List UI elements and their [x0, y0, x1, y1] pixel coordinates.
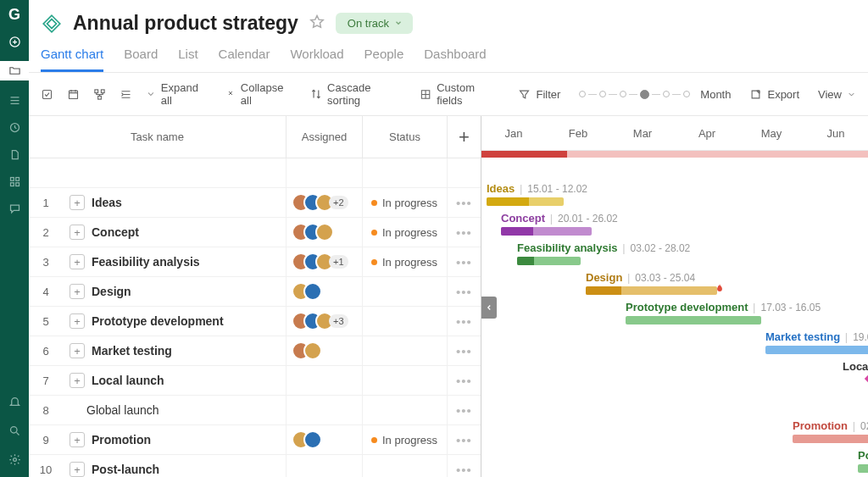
- row-menu-button[interactable]: •••: [447, 277, 481, 306]
- bell-icon[interactable]: [7, 394, 22, 409]
- calendar-icon[interactable]: [67, 88, 80, 101]
- status-cell[interactable]: [362, 366, 447, 395]
- expand-toggle[interactable]: +: [70, 254, 85, 269]
- table-row[interactable]: 10+Post-launch•••: [29, 455, 481, 477]
- tab-board[interactable]: Board: [124, 47, 158, 72]
- expand-toggle[interactable]: +: [70, 373, 85, 388]
- gantt-task-label[interactable]: Design |03.03 - 25.04: [586, 271, 695, 284]
- table-row[interactable]: 3+Feasibility analysis+1In progress•••: [29, 247, 481, 277]
- assigned-cell[interactable]: [286, 425, 362, 454]
- table-row[interactable]: 9+PromotionIn progress•••: [29, 425, 481, 455]
- tab-list[interactable]: List: [178, 47, 198, 72]
- gantt-task-label[interactable]: Ideas |15.01 - 12.02: [487, 182, 587, 195]
- row-menu-button[interactable]: •••: [447, 455, 481, 477]
- row-menu-button[interactable]: •••: [447, 188, 481, 217]
- list-icon[interactable]: [7, 92, 22, 108]
- gantt-task-label[interactable]: Concept |20.01 - 26.02: [501, 212, 618, 225]
- gantt-task-label[interactable]: Promotion |02.06: [793, 419, 868, 432]
- zoom-slider[interactable]: Month: [579, 88, 731, 101]
- add-icon[interactable]: [7, 34, 22, 49]
- status-cell[interactable]: [362, 455, 447, 477]
- assigned-cell[interactable]: +1: [286, 247, 362, 276]
- clock-icon[interactable]: [7, 119, 22, 135]
- table-row[interactable]: 7+Local launch•••: [29, 366, 481, 396]
- grid-icon[interactable]: [7, 174, 22, 189]
- gantt-task-label[interactable]: Prototype development |17.03 - 16.05: [626, 301, 821, 313]
- row-menu-button[interactable]: •••: [447, 247, 481, 276]
- row-menu-button[interactable]: •••: [447, 425, 481, 454]
- gantt-task-bar[interactable]: [793, 435, 868, 443]
- tab-workload[interactable]: Workload: [290, 47, 343, 72]
- search-icon[interactable]: [7, 423, 22, 438]
- assigned-cell[interactable]: +2: [286, 188, 362, 217]
- export-button[interactable]: Export: [749, 88, 799, 101]
- table-row[interactable]: 6+Market testing•••: [29, 336, 481, 366]
- gantt-task-bar[interactable]: [765, 346, 868, 354]
- gantt-task-label[interactable]: Post-l: [858, 449, 868, 462]
- status-cell[interactable]: In progress: [362, 218, 447, 247]
- tab-calendar[interactable]: Calendar: [219, 47, 270, 72]
- row-menu-button[interactable]: •••: [447, 307, 481, 336]
- status-cell[interactable]: In progress: [362, 188, 447, 217]
- row-menu-button[interactable]: •••: [447, 396, 481, 424]
- assigned-cell[interactable]: [286, 366, 362, 395]
- table-row[interactable]: 5+Prototype development+3•••: [29, 307, 481, 336]
- indent-icon[interactable]: [120, 88, 132, 101]
- chat-icon[interactable]: [7, 201, 22, 216]
- status-cell[interactable]: [362, 277, 447, 306]
- custom-fields-button[interactable]: Custom fields: [420, 81, 499, 107]
- status-cell[interactable]: In progress: [362, 247, 447, 276]
- tab-dashboard[interactable]: Dashboard: [424, 47, 486, 72]
- folder-icon[interactable]: [0, 61, 29, 80]
- assigned-cell[interactable]: [286, 336, 362, 365]
- gantt-task-bar[interactable]: [626, 316, 761, 324]
- gear-icon[interactable]: [7, 452, 22, 467]
- expand-toggle[interactable]: +: [70, 432, 85, 447]
- status-dropdown[interactable]: On track: [336, 13, 413, 34]
- star-icon[interactable]: [309, 14, 326, 33]
- month-column: Mar: [610, 127, 675, 140]
- collapse-all-button[interactable]: Collapse all: [225, 81, 297, 107]
- expand-toggle[interactable]: +: [70, 225, 85, 240]
- gantt-summary-row: [481, 151, 868, 180]
- row-menu-button[interactable]: •••: [447, 218, 481, 247]
- document-icon[interactable]: [7, 147, 22, 162]
- filter-button[interactable]: Filter: [518, 88, 560, 101]
- table-row[interactable]: 1+Ideas+2In progress•••: [29, 188, 481, 218]
- table-row[interactable]: 2+ConceptIn progress•••: [29, 218, 481, 247]
- expand-toggle[interactable]: +: [70, 195, 85, 210]
- task-name: Global launch: [86, 403, 159, 417]
- gantt-task-bar[interactable]: [858, 464, 868, 473]
- checkbox-icon[interactable]: [41, 88, 53, 101]
- add-column-button[interactable]: +: [447, 116, 481, 158]
- row-menu-button[interactable]: •••: [447, 366, 481, 395]
- assigned-cell[interactable]: [286, 455, 362, 477]
- gantt-task-label[interactable]: Local lau: [843, 360, 868, 373]
- expand-toggle[interactable]: +: [70, 284, 85, 299]
- expand-all-button[interactable]: Expand all: [146, 81, 212, 107]
- cascade-sorting-button[interactable]: Cascade sorting: [310, 81, 406, 107]
- status-cell[interactable]: [362, 336, 447, 365]
- expand-toggle[interactable]: +: [70, 343, 85, 358]
- assigned-cell[interactable]: +3: [286, 307, 362, 336]
- assigned-cell[interactable]: [286, 277, 362, 306]
- table-row[interactable]: 8Global launch•••: [29, 396, 481, 425]
- gantt-progress-bar: [501, 227, 533, 236]
- pane-collapse-handle[interactable]: [481, 297, 497, 319]
- tab-people[interactable]: People: [364, 47, 404, 72]
- gantt-task-label[interactable]: Feasibility analysis |03.02 - 28.02: [517, 241, 690, 254]
- assigned-cell[interactable]: [286, 218, 362, 247]
- status-cell[interactable]: [362, 307, 447, 336]
- app-logo-icon[interactable]: G: [7, 7, 22, 22]
- expand-toggle[interactable]: +: [70, 462, 85, 477]
- view-dropdown[interactable]: View: [818, 88, 856, 101]
- row-menu-button[interactable]: •••: [447, 336, 481, 365]
- expand-toggle[interactable]: +: [70, 313, 85, 329]
- table-row[interactable]: 4+Design•••: [29, 277, 481, 307]
- hierarchy-icon[interactable]: [93, 88, 106, 101]
- assigned-cell[interactable]: [286, 396, 362, 424]
- status-cell[interactable]: In progress: [362, 425, 447, 454]
- gantt-task-label[interactable]: Market testing |19.05 -: [765, 330, 868, 343]
- tab-gantt-chart[interactable]: Gantt chart: [41, 47, 103, 72]
- status-cell[interactable]: [362, 396, 447, 424]
